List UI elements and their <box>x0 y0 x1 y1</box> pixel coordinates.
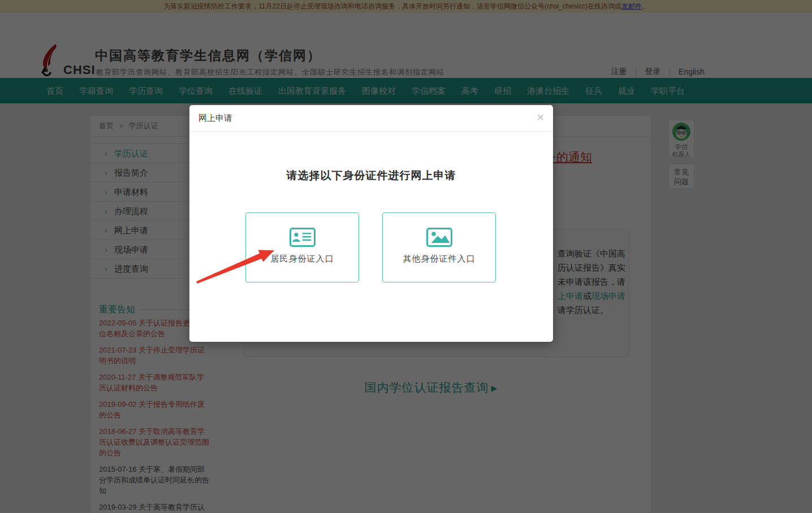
card-label: 其他身份证件入口 <box>383 254 495 264</box>
resident-id-entry-card[interactable]: 居民身份证入口 <box>245 212 359 282</box>
other-id-entry-card[interactable]: 其他身份证件入口 <box>382 212 496 282</box>
card-label: 居民身份证入口 <box>246 254 359 264</box>
id-card-icon <box>290 228 316 247</box>
modal-title: 网上申请 <box>198 113 232 123</box>
modal-header: 网上申请 × <box>189 105 553 132</box>
modal-heading: 请选择以下身份证件进行网上申请 <box>189 168 553 183</box>
close-icon[interactable]: × <box>537 110 544 125</box>
image-icon <box>426 228 452 247</box>
online-application-modal: 网上申请 × 请选择以下身份证件进行网上申请 居民身份证入口 其他身份证件入口 <box>189 105 553 342</box>
